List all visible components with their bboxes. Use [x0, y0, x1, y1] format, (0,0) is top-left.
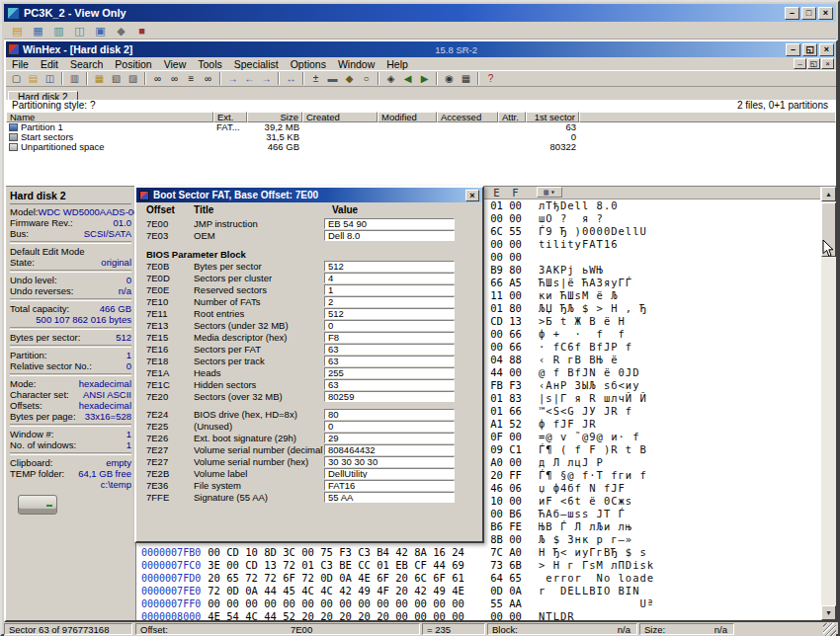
hex-byte[interactable]: 72 [242, 572, 261, 585]
hex-byte[interactable]: 00 [223, 559, 242, 572]
hex-text[interactable]: Н Ђ< иуГгВЂ $ ѕ [539, 546, 647, 559]
scroll-up-button[interactable]: ▲ [821, 187, 836, 201]
hex-byte[interactable]: 00 [205, 546, 223, 559]
hex-byte[interactable]: 4C [242, 610, 261, 620]
hex-text[interactable]: ЉЏ ЂЉ $ > Н , Ђ [539, 302, 647, 315]
hex-byte[interactable]: 04 [487, 354, 506, 366]
hex-byte[interactable]: 4C [317, 585, 336, 597]
menu-options[interactable]: Options [285, 58, 332, 70]
hex-text[interactable]: ‹ R гB BЊ ё [539, 354, 619, 366]
hex-byte[interactable]: 20 [317, 610, 336, 620]
hex-byte[interactable]: CC [355, 559, 374, 572]
hex-byte[interactable]: 00 [487, 212, 506, 225]
hex-byte[interactable]: 4E [205, 610, 223, 620]
hex-text[interactable]: ф fJF ЈR [539, 418, 597, 431]
field-value[interactable]: 512 [324, 308, 455, 319]
hex-text[interactable]: Ѓ¶ ( f F )R t B [539, 443, 647, 456]
hex-byte[interactable]: C1 [506, 443, 525, 456]
hex-byte[interactable]: 16 [430, 546, 449, 559]
hex-byte[interactable]: 3C [280, 546, 298, 559]
hex-text[interactable]: · fC6f BfJP f [539, 341, 632, 354]
menu-position[interactable]: Position [109, 58, 157, 70]
paste-icon[interactable]: ▨ [125, 72, 141, 86]
column-header-attr[interactable]: Attr. [498, 112, 526, 122]
field-value[interactable]: 55 AA [324, 492, 455, 503]
hex-byte[interactable]: 61 [449, 572, 467, 585]
menu-tools[interactable]: Tools [192, 58, 228, 70]
hex-byte[interactable]: 00 [280, 597, 298, 610]
hex-text[interactable]: ЋШѕ|ё ЋАЗяуГЃ [539, 277, 632, 289]
hex-byte[interactable]: 10 [487, 495, 506, 508]
goto-offset-icon[interactable]: → [224, 72, 241, 86]
hex-byte[interactable]: 00 [487, 238, 506, 251]
field-value[interactable]: 1 [324, 284, 455, 295]
hex-byte[interactable]: 20 [336, 610, 355, 620]
hex-text[interactable]: џ ф4бf N fJF [539, 482, 626, 495]
hex-byte[interactable]: 00 [487, 508, 506, 520]
hex-byte[interactable]: 54 [223, 610, 242, 620]
hex-byte[interactable]: 4E [449, 585, 467, 597]
hex-byte[interactable]: CF [411, 559, 430, 572]
byte-column-header[interactable]: E [487, 187, 506, 199]
directory-browser-icon[interactable]: ▦ [91, 72, 108, 86]
hex-byte[interactable]: 00 [430, 610, 449, 620]
hex-byte[interactable]: B9 [487, 264, 506, 277]
hex-byte[interactable]: 13 [506, 315, 525, 328]
disk-icon[interactable]: ◫ [71, 23, 88, 38]
resize-grip[interactable] [823, 623, 836, 636]
mdi-restore-button[interactable]: ◱ [807, 58, 820, 69]
hex-byte[interactable]: 00 [506, 495, 525, 508]
menu-edit[interactable]: Edit [35, 58, 64, 70]
magnifier-icon[interactable]: ○ [358, 72, 375, 86]
hex-byte[interactable]: 00 [506, 251, 525, 264]
next-window-icon[interactable]: ▶ [416, 72, 433, 86]
byte-column-header[interactable]: F [506, 187, 525, 199]
hex-text[interactable]: NTLDR [539, 610, 575, 620]
hex-text[interactable]: Uª [539, 597, 654, 610]
hex-byte[interactable]: C3 [355, 546, 374, 559]
hex-byte[interactable]: 6C [411, 572, 430, 585]
data-interpreter-icon[interactable]: ◈ [382, 72, 399, 86]
tools-icon[interactable]: ◆ [341, 72, 358, 86]
field-value[interactable]: EB 54 90 [324, 218, 455, 229]
winhex-minimize-button[interactable]: – [786, 43, 800, 56]
hex-byte[interactable]: 45 [280, 585, 298, 597]
hex-byte[interactable]: 72 [261, 572, 280, 585]
field-value[interactable]: 63 [324, 379, 455, 390]
menu-file[interactable]: File [6, 58, 35, 70]
hex-byte[interactable]: 72 [280, 559, 298, 572]
hex-byte[interactable]: 00 [487, 610, 506, 620]
field-value[interactable]: FAT16 [324, 480, 455, 491]
hex-byte[interactable]: 0F [487, 431, 506, 443]
hex-text[interactable]: ЗАКРj ьWЊ [539, 264, 604, 277]
hex-byte[interactable]: 44 [430, 559, 449, 572]
minimize-button[interactable]: – [785, 7, 799, 20]
hex-byte[interactable]: 00 [506, 431, 525, 443]
print-icon[interactable]: ▥ [66, 72, 83, 86]
hex-text[interactable]: ™<Ѕ<G ЈУ JR f [539, 405, 632, 418]
copy-icon[interactable]: ▧ [108, 72, 125, 86]
mdi-minimize-button[interactable]: – [794, 58, 806, 69]
hex-byte[interactable]: 0D [317, 572, 336, 585]
hex-byte[interactable]: 42 [336, 585, 355, 597]
folder-open-icon[interactable]: ▤ [9, 23, 26, 38]
hex-text[interactable]: лТђDell 8.0 [539, 199, 619, 212]
hex-byte[interactable]: 4C [298, 585, 317, 597]
hex-text[interactable]: шО ? я ? [539, 212, 604, 225]
hex-byte[interactable]: 6F [430, 572, 449, 585]
field-value[interactable]: 80 [324, 409, 455, 420]
hex-byte[interactable]: 64 [487, 572, 506, 585]
outer-title-bar[interactable]: PC3K_2 - View Only – □ × [4, 4, 836, 22]
hex-byte[interactable]: 01 [487, 405, 506, 418]
hex-byte[interactable]: 65 [506, 572, 525, 585]
hex-byte[interactable]: 66 [506, 328, 525, 341]
column-header-size[interactable]: Size [247, 112, 302, 122]
field-value[interactable]: Dell 8.0 [324, 230, 455, 241]
hex-byte[interactable]: 00 [506, 610, 525, 620]
field-value[interactable]: 0 [324, 421, 455, 432]
menu-help[interactable]: Help [380, 58, 414, 70]
hex-byte[interactable]: 0D [487, 585, 506, 597]
hex-byte[interactable]: 8B [487, 533, 506, 546]
hex-byte[interactable]: 42 [411, 585, 430, 597]
field-value[interactable]: 63 [324, 356, 455, 366]
